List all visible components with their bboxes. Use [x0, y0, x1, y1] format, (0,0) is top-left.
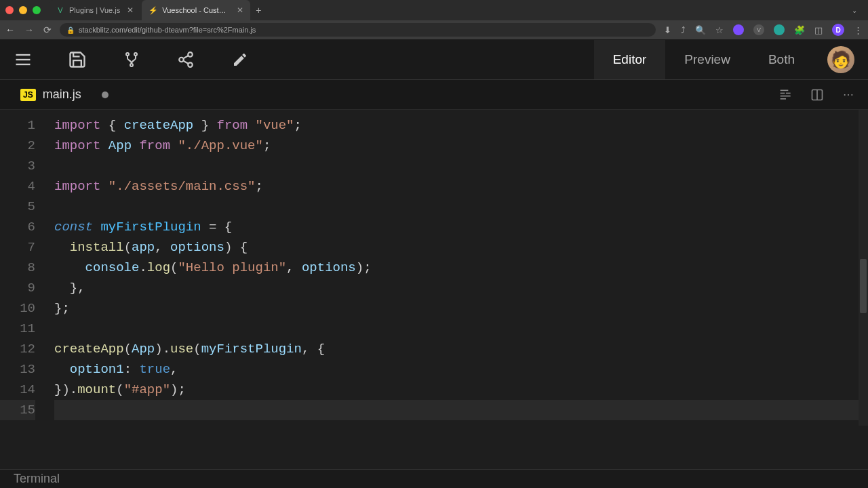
line-number: 9 — [0, 278, 35, 298]
view-tab-both[interactable]: Both — [749, 40, 814, 79]
terminal-panel-header[interactable]: Terminal — [0, 469, 868, 488]
tabs-overflow-icon[interactable]: ⌄ — [846, 7, 863, 14]
user-avatar[interactable]: 🧑 — [827, 46, 854, 73]
svg-line-10 — [183, 60, 189, 63]
svg-line-9 — [183, 56, 189, 58]
app-toolbar: EditorPreviewBoth🧑 — [0, 39, 868, 80]
line-number: 2 — [0, 136, 35, 156]
tab-close-icon[interactable]: ✕ — [127, 5, 134, 15]
dirty-indicator-icon — [102, 92, 108, 98]
code-line[interactable]: import { createApp } from "vue"; — [54, 115, 868, 136]
svg-point-7 — [179, 57, 184, 62]
back-button[interactable]: ← — [5, 24, 15, 35]
save-button[interactable] — [68, 50, 87, 69]
extension-icon-2[interactable]: V — [753, 24, 764, 35]
code-line[interactable]: import App from "./App.vue"; — [54, 136, 868, 156]
prettier-icon[interactable] — [778, 87, 793, 102]
view-tab-editor[interactable]: Editor — [594, 40, 666, 79]
browser-action-icons: ⬇ ⤴ 🔍 ☆ V 🧩 ◫ D ⋮ — [664, 24, 863, 36]
nav-arrows: ← → ⟳ — [5, 24, 52, 35]
tab-title: Vueschool - Custom Vue Js 3 — [162, 6, 230, 14]
extensions-icon[interactable]: 🧩 — [794, 25, 805, 35]
code-line[interactable] — [54, 319, 868, 339]
code-line[interactable]: createApp(App).use(myFirstPlugin, { — [54, 339, 868, 359]
svg-point-3 — [126, 53, 129, 56]
svg-point-8 — [188, 62, 193, 67]
code-line[interactable]: }; — [54, 298, 868, 319]
sidepanel-icon[interactable]: ◫ — [814, 25, 823, 35]
js-file-icon: JS — [20, 89, 36, 101]
more-actions-icon[interactable]: ⋯ — [841, 87, 856, 102]
tab-title: Plugins | Vue.js — [69, 6, 120, 14]
code-line[interactable]: install(app, options) { — [54, 237, 868, 258]
svg-point-6 — [188, 52, 193, 57]
code-line[interactable] — [54, 197, 868, 217]
extension-icon-1[interactable] — [733, 24, 744, 35]
bookmark-icon[interactable]: ☆ — [715, 25, 724, 35]
editor-actions: ⋯ — [778, 87, 856, 102]
code-line[interactable]: option1: true, — [54, 359, 868, 380]
browser-tab[interactable]: ⚡Vueschool - Custom Vue Js 3✕ — [142, 0, 250, 20]
svg-rect-14 — [781, 95, 791, 96]
code-line[interactable]: }).mount("#app"); — [54, 380, 868, 400]
toolbar-right: EditorPreviewBoth🧑 — [594, 40, 854, 79]
forward-button[interactable]: → — [24, 24, 34, 35]
menu-button[interactable] — [14, 50, 33, 69]
tab-favicon-icon: V — [56, 5, 65, 15]
edit-button[interactable] — [231, 50, 250, 69]
browser-tab[interactable]: VPlugins | Vue.js✕ — [49, 0, 140, 20]
new-tab-button[interactable]: + — [250, 5, 267, 16]
file-tab-bar: JS main.js ⋯ — [0, 80, 868, 110]
split-editor-icon[interactable] — [810, 87, 825, 102]
code-editor[interactable]: 123456789101112131415 import { createApp… — [0, 110, 868, 426]
terminal-label: Terminal — [14, 472, 60, 486]
code-line[interactable]: const myFirstPlugin = { — [54, 217, 868, 237]
url-input[interactable]: 🔒 stackblitz.com/edit/github-dteavm?file… — [60, 23, 656, 37]
file-tab-label: main.js — [43, 87, 81, 102]
code-line[interactable] — [54, 156, 868, 176]
browser-address-bar: ← → ⟳ 🔒 stackblitz.com/edit/github-dteav… — [0, 20, 868, 39]
code-content[interactable]: import { createApp } from "vue";import A… — [54, 110, 868, 426]
scrollbar-thumb[interactable] — [860, 259, 867, 313]
share-button[interactable] — [176, 50, 195, 69]
reload-button[interactable]: ⟳ — [43, 24, 52, 35]
code-line[interactable]: }, — [54, 278, 868, 298]
tab-favicon-icon: ⚡ — [149, 5, 158, 15]
line-number: 5 — [0, 197, 35, 217]
profile-avatar[interactable]: D — [832, 24, 844, 36]
browser-tabs: VPlugins | Vue.js✕⚡Vueschool - Custom Vu… — [49, 0, 250, 20]
scrollbar-track[interactable] — [859, 110, 868, 426]
lock-icon: 🔒 — [66, 26, 75, 34]
window-controls — [5, 6, 41, 14]
code-line[interactable] — [54, 400, 868, 420]
line-number: 3 — [0, 156, 35, 176]
line-number: 10 — [0, 298, 35, 319]
line-number: 7 — [0, 237, 35, 258]
install-icon[interactable]: ⬇ — [664, 25, 671, 35]
view-tab-preview[interactable]: Preview — [665, 40, 749, 79]
file-tab-main-js[interactable]: JS main.js — [12, 80, 117, 109]
line-number: 1 — [0, 115, 35, 136]
extension-icon-3[interactable] — [774, 24, 785, 35]
line-number: 13 — [0, 359, 35, 380]
svg-rect-11 — [781, 89, 789, 91]
svg-rect-15 — [781, 98, 786, 100]
code-line[interactable]: console.log("Hello plugin", options); — [54, 258, 868, 278]
line-number: 14 — [0, 380, 35, 400]
maximize-window-button[interactable] — [33, 6, 41, 14]
share-icon[interactable]: ⤴ — [681, 25, 686, 35]
zoom-icon[interactable]: 🔍 — [695, 25, 706, 35]
tab-close-icon[interactable]: ✕ — [237, 5, 243, 15]
svg-rect-12 — [781, 92, 785, 94]
toolbar-left — [14, 50, 250, 69]
svg-point-5 — [130, 64, 133, 66]
line-number: 11 — [0, 319, 35, 339]
line-number: 15 — [0, 400, 35, 420]
line-number: 6 — [0, 217, 35, 237]
fork-button[interactable] — [122, 50, 141, 69]
browser-tab-strip: VPlugins | Vue.js✕⚡Vueschool - Custom Vu… — [0, 0, 868, 20]
close-window-button[interactable] — [5, 6, 14, 14]
minimize-window-button[interactable] — [19, 6, 27, 14]
menu-icon[interactable]: ⋮ — [854, 25, 863, 35]
code-line[interactable]: import "./assets/main.css"; — [54, 176, 868, 197]
